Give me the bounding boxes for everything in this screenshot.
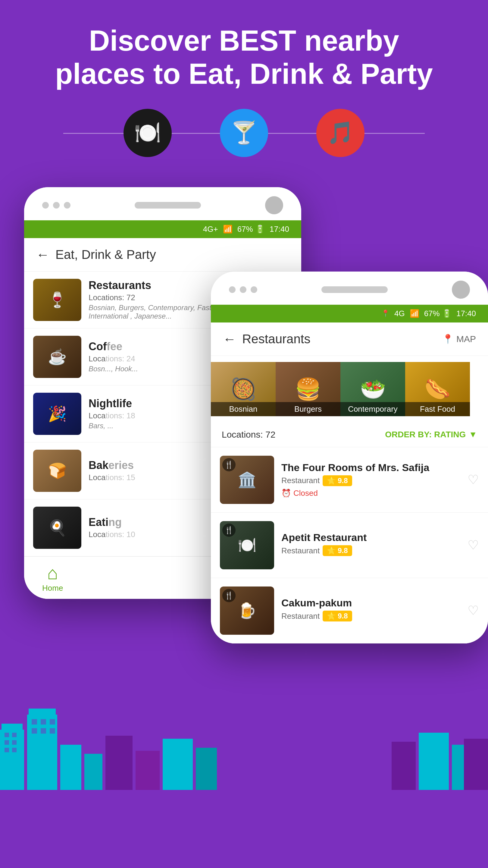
svg-rect-3 xyxy=(4,733,9,737)
status-bar-front: 📍 4G 📶 67% 🔋 17:40 xyxy=(211,305,488,322)
clock-icon-1: ⏰ xyxy=(281,489,291,498)
rating-badge-2: ⭐ 9.8 xyxy=(323,545,352,556)
front-phone: 📍 4G 📶 67% 🔋 17:40 ← Restaurants 📍 MAP 🥘… xyxy=(211,272,488,644)
back-button-front[interactable]: ← xyxy=(223,332,236,347)
food-category-icon[interactable]: 🍽️ xyxy=(124,109,172,157)
party-category-icon[interactable]: 🎵 xyxy=(316,109,364,157)
svg-rect-1 xyxy=(0,730,24,790)
phone-speaker-front xyxy=(321,286,388,293)
rating-badge-1: ⭐ 9.8 xyxy=(323,475,352,486)
svg-rect-15 xyxy=(41,728,46,734)
closed-badge-1: ⏰ Closed xyxy=(281,489,460,498)
locations-bar: Locations: 72 ORDER BY: RATING ▼ xyxy=(211,422,488,447)
phones-container: 4G+ 📶 67% 🔋 17:40 ← Eat, Drink & Party 🍷… xyxy=(0,187,488,790)
phone-top-bar-back xyxy=(24,187,301,220)
signal-front: 4G xyxy=(394,309,405,318)
fork-knife-icon-2: 🍴 xyxy=(222,524,235,537)
main-title: Discover BEST nearby places to Eat, Drin… xyxy=(18,24,470,91)
app-bar-back: ← Eat, Drink & Party xyxy=(24,238,301,272)
svg-rect-6 xyxy=(12,740,17,745)
back-button-back[interactable]: ← xyxy=(36,247,50,262)
phone-camera-front xyxy=(452,281,470,299)
svg-rect-7 xyxy=(4,748,9,752)
app-title-front: Restaurants xyxy=(242,332,442,346)
home-nav-item[interactable]: ⌂ Home xyxy=(42,563,63,593)
fork-knife-icon-1: 🍴 xyxy=(222,458,235,471)
restaurant-type-2: Restaurant ⭐ 9.8 xyxy=(281,545,460,556)
category-item-burgers[interactable]: 🍔 Burgers xyxy=(275,362,340,416)
map-button[interactable]: 📍 MAP xyxy=(442,334,476,344)
svg-rect-26 xyxy=(464,739,488,790)
restaurant-image-1: 🏛️ 🍴 xyxy=(220,456,274,504)
favorite-button-3[interactable]: ♡ xyxy=(467,603,479,618)
category-item-bosnian[interactable]: 🥘 Bosnian xyxy=(211,362,275,416)
svg-rect-13 xyxy=(50,719,55,724)
item-image-nightlife: 🎉 xyxy=(33,393,82,435)
signal-bars-back: 📶 xyxy=(223,224,233,234)
category-icon-row: 🍽️ 🍸 🎵 xyxy=(18,109,470,157)
restaurant-info-1: The Four Rooms of Mrs. Safija Restaurant… xyxy=(281,462,460,498)
signal-icon-back: 4G+ xyxy=(203,224,218,234)
svg-rect-8 xyxy=(12,748,17,752)
svg-rect-21 xyxy=(163,739,193,790)
category-label-burgers: Burgers xyxy=(275,402,340,416)
battery-front: 67% 🔋 xyxy=(424,309,452,318)
category-row: 🥘 Bosnian 🍔 Burgers 🥗 Contemporary 🌭 xyxy=(211,356,488,422)
favorite-button-2[interactable]: ♡ xyxy=(467,538,479,553)
category-label-fastfood: Fast Food xyxy=(405,402,470,416)
item-image-eateries: 🍳 xyxy=(33,507,82,549)
map-label: MAP xyxy=(456,334,476,344)
rating-badge-3: ⭐ 9.8 xyxy=(323,611,352,621)
svg-rect-16 xyxy=(50,728,55,734)
phone-speaker-back xyxy=(135,202,201,209)
time-back: 17:40 xyxy=(270,224,289,234)
city-skyline xyxy=(0,670,488,790)
time-front: 17:40 xyxy=(456,309,476,318)
item-image-restaurants: 🍷 xyxy=(33,279,82,321)
svg-rect-5 xyxy=(4,740,9,745)
restaurant-item-1[interactable]: 🏛️ 🍴 The Four Rooms of Mrs. Safija Resta… xyxy=(211,447,488,513)
svg-rect-23 xyxy=(392,742,416,790)
category-item-contemporary[interactable]: 🥗 Contemporary xyxy=(340,362,405,416)
svg-rect-9 xyxy=(27,715,57,790)
bars-front: 📶 xyxy=(410,309,419,318)
item-image-bakeries: 🍞 xyxy=(33,450,82,492)
restaurant-image-2: 🍽️ 🍴 xyxy=(220,521,274,569)
phone-dots-back xyxy=(42,202,70,209)
restaurant-name-2: Apetit Restaurant xyxy=(281,532,460,544)
svg-rect-24 xyxy=(419,733,449,790)
svg-rect-14 xyxy=(32,728,37,734)
svg-rect-10 xyxy=(29,709,56,718)
dot1 xyxy=(42,202,49,209)
order-by-button[interactable]: ORDER BY: RATING ▼ xyxy=(385,430,477,439)
dropdown-icon: ▼ xyxy=(469,430,477,439)
order-by-label: ORDER BY: RATING xyxy=(385,430,466,439)
restaurant-image-3: 🍺 🍴 xyxy=(220,587,274,635)
fork-knife-icon-3: 🍴 xyxy=(222,589,235,602)
drink-category-icon[interactable]: 🍸 xyxy=(220,109,268,157)
dot2-front xyxy=(240,286,247,293)
dot3-front xyxy=(251,286,257,293)
svg-rect-11 xyxy=(32,719,37,724)
locations-count: Locations: 72 xyxy=(222,430,275,440)
restaurant-item-2[interactable]: 🍽️ 🍴 Apetit Restaurant Restaurant ⭐ 9.8 … xyxy=(211,513,488,578)
category-item-fastfood[interactable]: 🌭 Fast Food xyxy=(405,362,470,416)
item-image-coffee: ☕ xyxy=(33,336,82,378)
svg-rect-22 xyxy=(196,748,217,790)
restaurant-name-1: The Four Rooms of Mrs. Safija xyxy=(281,462,460,473)
header-section: Discover BEST nearby places to Eat, Drin… xyxy=(0,0,488,187)
home-icon: ⌂ xyxy=(47,563,58,584)
restaurant-type-3: Restaurant ⭐ 9.8 xyxy=(281,611,460,621)
phone-camera-back xyxy=(265,196,283,214)
dot1-front xyxy=(229,286,235,293)
restaurant-item-3[interactable]: 🍺 🍴 Cakum-pakum Restaurant ⭐ 9.8 ♡ xyxy=(211,578,488,644)
signal-icon-front: 📍 xyxy=(381,310,390,317)
favorite-button-1[interactable]: ♡ xyxy=(467,472,479,487)
svg-rect-19 xyxy=(105,736,133,790)
category-label-bosnian: Bosnian xyxy=(211,402,275,416)
category-label-contemporary: Contemporary xyxy=(340,402,405,416)
app-title-back: Eat, Drink & Party xyxy=(56,247,289,262)
phone-dots-front xyxy=(229,286,257,293)
dot2 xyxy=(53,202,60,209)
svg-rect-20 xyxy=(135,751,160,790)
